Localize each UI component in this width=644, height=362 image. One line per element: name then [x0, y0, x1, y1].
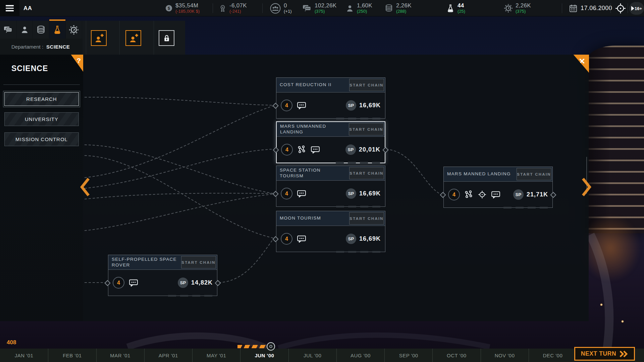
node-level-badge: 4	[281, 233, 292, 245]
help-button[interactable]: ?	[68, 54, 83, 72]
molecule-icon	[297, 145, 306, 154]
molecule-icon	[464, 190, 473, 199]
science-value: 44	[458, 3, 465, 9]
research-node-cost-reduction-ii[interactable]: COST REDUCTION II START CHAIN 4 SP 16,69…	[276, 77, 385, 119]
gear-icon	[69, 25, 79, 35]
svg-text:$: $	[168, 6, 170, 11]
tab-finance[interactable]	[33, 21, 49, 39]
research-node-moon-tourism[interactable]: MOON TOURISM START CHAIN 4 SP 16,69K	[276, 211, 385, 252]
dollar-coin-icon: $	[165, 4, 173, 12]
visitors-value: 0	[284, 3, 291, 9]
node-cost: 20,01K	[359, 146, 380, 153]
hire-scientist-button-1[interactable]	[91, 30, 107, 46]
chat-bubble-icon	[129, 279, 138, 287]
node-cost: 16,69K	[359, 235, 381, 242]
rating-text: 16+	[635, 6, 642, 11]
research-node-mars-unmanned-landing[interactable]: MARS UNMANNED LANDING START CHAIN 4 SP 2…	[276, 121, 385, 163]
tab-production[interactable]	[66, 21, 82, 39]
chat-bubble-icon	[297, 189, 306, 198]
month-cell: SEP '00	[384, 349, 432, 362]
department-tabs	[0, 21, 82, 39]
add-person-icon	[94, 33, 104, 44]
month-progress-marker	[267, 342, 275, 351]
lock-icon	[162, 34, 171, 43]
finance-delta: (288)	[396, 9, 412, 14]
current-date: 17.06.2000	[581, 5, 612, 12]
node-level-badge: 4	[448, 189, 460, 200]
research-node-space-station-tourism[interactable]: SPACE STATION TOURISM START CHAIN 4 SP 1…	[276, 166, 385, 207]
visitors-delta: (+1)	[284, 9, 291, 14]
sp-badge: SP	[346, 234, 356, 244]
staff-delta: (250)	[357, 9, 372, 14]
hire-scientist-button-2[interactable]	[125, 30, 141, 46]
node-title: MARS UNMANNED LANDING	[277, 122, 348, 136]
medal-icon	[219, 4, 227, 13]
node-title: MARS MANNED LANDING	[444, 167, 516, 181]
people-icon	[270, 3, 281, 14]
sidebar-button-research[interactable]: RESEARCH	[4, 92, 79, 106]
sidebar-button-university[interactable]: UNIVERSITY	[4, 112, 79, 126]
sp-badge: SP	[346, 188, 356, 199]
department-label-prefix: Departament :	[11, 44, 43, 50]
start-chain-button[interactable]: START CHAIN	[349, 167, 384, 179]
sp-badge: SP	[345, 144, 356, 155]
stat-visitors: 0(+1)	[270, 0, 291, 16]
marketing-value: 102,26K	[315, 3, 336, 9]
reputation-value: -6,07K	[229, 3, 247, 9]
money-delta: (-185,00K $)	[175, 9, 200, 14]
add-person-icon	[128, 33, 139, 44]
scroll-left-chevron[interactable]	[79, 177, 91, 197]
node-cost: 21,71K	[527, 191, 548, 198]
company-name: AA	[23, 0, 32, 16]
sidebar-button-mission-control[interactable]: MISSION CONTROL	[4, 132, 79, 146]
start-chain-button[interactable]: START CHAIN	[181, 256, 216, 268]
chat-bubble-icon	[297, 101, 306, 110]
coins-icon	[384, 4, 393, 13]
month-cell: AUG '00	[336, 349, 384, 362]
month-progress-stripes	[237, 345, 270, 348]
chat-bubble-icon	[311, 145, 320, 154]
start-chain-button[interactable]: START CHAIN	[517, 168, 551, 180]
hamburger-menu-button[interactable]	[0, 0, 19, 16]
start-chain-button[interactable]: START CHAIN	[349, 123, 384, 135]
month-cell: APR '01	[144, 349, 192, 362]
month-cell-current: JUN '00	[240, 349, 288, 362]
month-cell: MAY '01	[192, 349, 240, 362]
stat-reputation: -6,07K(-241)	[219, 0, 247, 16]
production-delta: (375)	[516, 9, 531, 14]
flask-icon	[53, 25, 62, 35]
start-chain-button[interactable]: START CHAIN	[349, 212, 384, 225]
month-cell: FEB '01	[48, 349, 96, 362]
chat-bubble-icon	[302, 4, 312, 13]
month-cell: DEC '00	[529, 349, 577, 362]
node-level-badge: 4	[281, 144, 293, 156]
help-icon: ?	[76, 57, 81, 65]
research-node-self-propelled-space-rover[interactable]: SELF-PROPELLED SPACE ROVER START CHAIN 4…	[108, 255, 217, 296]
production-value: 2,26K	[516, 3, 531, 9]
tab-hr[interactable]	[16, 21, 33, 39]
gear-icon	[504, 4, 513, 13]
next-turn-button[interactable]: NEXT TURN	[574, 347, 635, 361]
research-node-mars-manned-landing[interactable]: MARS MANNED LANDING START CHAIN 4 SP 21,…	[443, 167, 553, 208]
locked-slot-button[interactable]	[159, 30, 174, 46]
finance-value: 2,26K	[396, 3, 412, 9]
target-icon	[478, 190, 487, 199]
department-toolbar: Departament : SCIENCE	[0, 21, 185, 55]
month-cell: NOV '00	[481, 349, 529, 362]
age-rating-icon: 16+	[629, 2, 644, 15]
start-chain-button[interactable]: START CHAIN	[349, 79, 384, 91]
tab-science[interactable]	[49, 21, 66, 39]
department-label-value: SCIENCE	[46, 44, 70, 50]
coins-icon	[36, 25, 46, 35]
marketing-delta: (375)	[315, 9, 336, 14]
reputation-delta: (-241)	[229, 9, 247, 14]
node-cost: 16,69K	[359, 190, 381, 197]
department-label: Departament : SCIENCE	[0, 39, 83, 55]
month-cell: MAR '01	[96, 349, 144, 362]
stat-staff: 1,60K(250)	[345, 0, 372, 16]
crosshair-icon[interactable]	[615, 3, 626, 14]
scroll-right-chevron[interactable]	[581, 177, 592, 197]
node-level-badge: 4	[281, 100, 292, 111]
tab-marketing[interactable]	[0, 21, 16, 39]
panel-title: SCIENCE	[11, 64, 48, 73]
